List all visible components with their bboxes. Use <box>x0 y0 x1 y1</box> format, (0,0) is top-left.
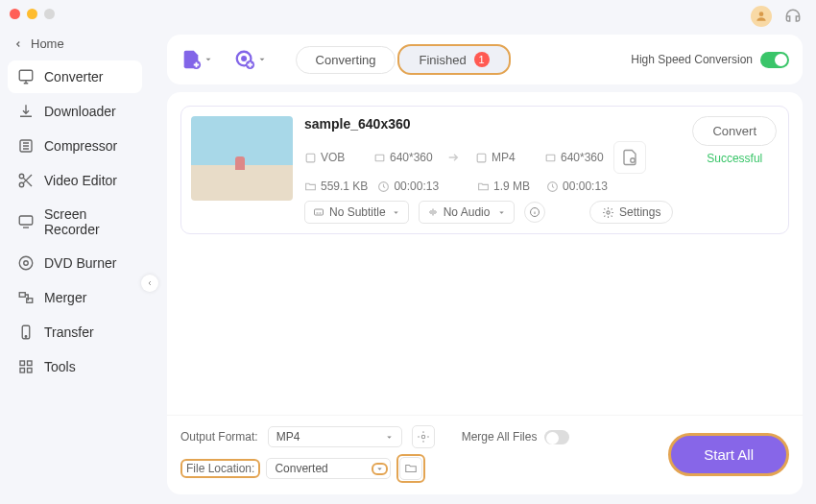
nav-label: Video Editor <box>44 173 117 188</box>
minimize-window-button[interactable] <box>27 9 37 19</box>
svg-point-11 <box>25 336 27 338</box>
gear-icon <box>417 430 430 444</box>
arrow-right-icon <box>444 150 464 165</box>
finished-count-badge: 1 <box>474 52 490 67</box>
support-button[interactable] <box>783 7 803 26</box>
svg-point-29 <box>607 210 610 213</box>
clock-icon <box>546 180 559 193</box>
sidebar-item-dvd-burner[interactable]: DVD Burner <box>8 247 142 279</box>
nav-label: Transfer <box>44 324 94 340</box>
info-icon <box>529 206 540 218</box>
home-label: Home <box>31 36 64 51</box>
toolbar: Converting Finished 1 High Speed Convers… <box>167 35 803 84</box>
chevron-down-icon <box>392 208 400 217</box>
file-plus-icon <box>180 49 202 70</box>
svg-point-6 <box>19 256 33 270</box>
headset-icon <box>783 7 803 26</box>
hsc-label: High Speed Conversion <box>631 53 753 66</box>
maximize-window-button[interactable] <box>44 9 55 19</box>
src-duration: 00:00:13 <box>377 180 439 193</box>
svg-point-18 <box>242 57 246 60</box>
svg-rect-23 <box>546 155 555 161</box>
subtitle-dropdown[interactable]: No Subtitle <box>304 201 409 224</box>
convert-button[interactable]: Convert <box>692 116 777 146</box>
svg-rect-8 <box>19 293 25 298</box>
chevron-down-icon <box>375 465 384 473</box>
nav-label: Downloader <box>44 104 116 119</box>
chevron-down-icon <box>385 433 394 442</box>
tab-converting[interactable]: Converting <box>296 46 396 74</box>
svg-rect-21 <box>375 155 384 161</box>
chevron-down-icon <box>497 208 506 217</box>
svg-point-7 <box>24 261 29 266</box>
sidebar-item-tools[interactable]: Tools <box>8 350 142 383</box>
open-folder-button[interactable] <box>399 457 422 480</box>
chevron-down-icon <box>257 55 267 64</box>
chevron-down-icon <box>204 55 213 64</box>
dst-size: 1.9 MB <box>477 180 537 193</box>
sidebar-item-downloader[interactable]: Downloader <box>8 95 142 128</box>
dst-duration: 00:00:13 <box>546 180 608 193</box>
svg-point-0 <box>759 12 764 16</box>
resolution-icon <box>373 152 386 164</box>
merge-toggle[interactable] <box>544 430 569 444</box>
sidebar-item-transfer[interactable]: Transfer <box>8 316 142 348</box>
footer: Output Format: MP4 Merge All Files File … <box>167 415 803 494</box>
video-thumbnail[interactable] <box>191 116 293 201</box>
gear-icon <box>602 206 614 219</box>
converter-icon <box>17 68 35 85</box>
settings-button[interactable]: Settings <box>589 201 673 224</box>
screen-icon <box>17 213 35 230</box>
clock-icon <box>377 180 390 193</box>
audio-icon <box>427 206 439 218</box>
sidebar-item-merger[interactable]: Merger <box>8 281 142 314</box>
start-all-button[interactable]: Start All <box>668 433 789 476</box>
audio-dropdown[interactable]: No Audio <box>419 201 515 224</box>
info-button[interactable] <box>524 202 545 223</box>
nav-label: Compressor <box>44 138 117 154</box>
disc-icon <box>17 254 35 272</box>
merger-icon <box>17 289 35 306</box>
add-disc-button[interactable] <box>234 49 267 70</box>
svg-point-24 <box>631 158 636 163</box>
add-file-button[interactable] <box>180 49 213 70</box>
file-row: sample_640x360 VOB 640*360 MP4 640*360 <box>180 106 789 234</box>
output-format-picker[interactable] <box>613 141 646 174</box>
download-icon <box>17 103 35 120</box>
close-window-button[interactable] <box>10 9 20 19</box>
film-icon <box>475 152 488 164</box>
svg-rect-14 <box>20 369 25 373</box>
src-resolution: 640*360 <box>373 151 433 164</box>
sidebar-item-screen-recorder[interactable]: Screen Recorder <box>8 199 142 245</box>
home-nav[interactable]: Home <box>8 31 142 60</box>
window-titlebar <box>0 0 816 27</box>
src-format: VOB <box>304 151 364 164</box>
sidebar-item-video-editor[interactable]: Video Editor <box>8 164 142 197</box>
sidebar-collapse-button[interactable] <box>141 275 158 292</box>
file-location-select[interactable]: Converted <box>266 458 391 479</box>
nav-label: DVD Burner <box>44 255 116 271</box>
svg-point-30 <box>421 435 425 439</box>
output-format-settings[interactable] <box>412 425 435 448</box>
svg-rect-15 <box>28 369 33 373</box>
user-avatar[interactable] <box>751 6 772 27</box>
svg-point-4 <box>19 182 24 187</box>
src-size: 559.1 KB <box>304 180 368 193</box>
file-name: sample_640x360 <box>304 116 673 132</box>
sidebar-item-converter[interactable]: Converter <box>8 60 142 93</box>
sidebar-item-compressor[interactable]: Compressor <box>8 130 142 162</box>
svg-rect-22 <box>477 154 486 162</box>
folder-icon <box>304 180 317 193</box>
chevron-left-icon <box>13 39 23 49</box>
tab-finished[interactable]: Finished 1 <box>397 44 510 75</box>
hsc-toggle[interactable] <box>760 52 789 68</box>
tab-label: Converting <box>316 53 376 67</box>
folder-icon <box>477 180 490 193</box>
nav-label: Tools <box>44 359 76 374</box>
svg-point-3 <box>19 174 24 179</box>
nav-label: Screen Recorder <box>44 206 132 237</box>
output-format-select[interactable]: MP4 <box>268 426 402 447</box>
svg-rect-1 <box>19 70 33 81</box>
tab-label: Finished <box>419 53 466 67</box>
compressor-icon <box>17 137 35 155</box>
